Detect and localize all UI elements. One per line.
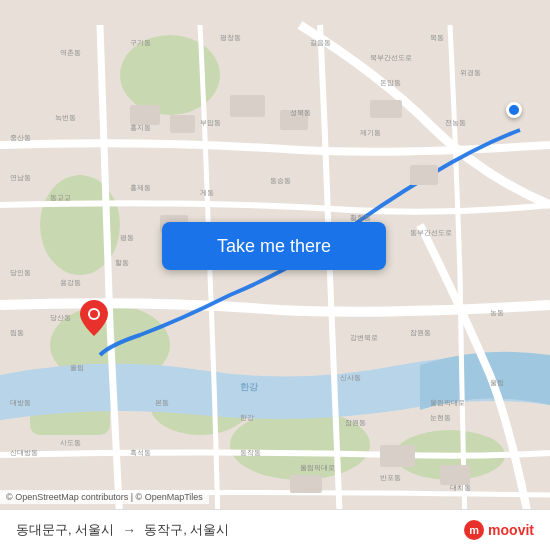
svg-point-78 bbox=[90, 310, 98, 318]
svg-text:당인동: 당인동 bbox=[10, 269, 31, 276]
origin-dot bbox=[506, 102, 522, 118]
svg-text:부암동: 부암동 bbox=[200, 119, 221, 127]
svg-text:할동: 할동 bbox=[115, 259, 129, 266]
route-info: 동대문구, 서울시 → 동작구, 서울시 bbox=[16, 521, 456, 539]
map-container: 중산동 연남동 당인동 림동 대방동 신대방동 역촌동 구기동 평창동 길음동 … bbox=[0, 0, 550, 550]
svg-text:한강: 한강 bbox=[240, 382, 259, 392]
svg-text:울림픽대로: 울림픽대로 bbox=[430, 399, 465, 407]
origin-label: 동대문구, 서울시 bbox=[16, 521, 114, 539]
svg-text:본동: 본동 bbox=[155, 399, 169, 406]
map-background: 중산동 연남동 당인동 림동 대방동 신대방동 역촌동 구기동 평창동 길음동 … bbox=[0, 0, 550, 550]
svg-text:올림: 올림 bbox=[70, 364, 84, 372]
svg-text:성북동: 성북동 bbox=[290, 109, 311, 117]
svg-text:돈암동: 돈암동 bbox=[380, 79, 401, 87]
svg-text:반포동: 반포동 bbox=[380, 474, 401, 481]
svg-rect-10 bbox=[230, 95, 265, 117]
svg-text:북부간선도로: 북부간선도로 bbox=[370, 54, 412, 62]
svg-text:잠원동: 잠원동 bbox=[410, 329, 431, 337]
svg-rect-18 bbox=[440, 465, 470, 485]
svg-text:동작동: 동작동 bbox=[240, 449, 261, 457]
svg-text:신대방동: 신대방동 bbox=[10, 449, 38, 456]
svg-text:한강: 한강 bbox=[240, 414, 254, 421]
svg-text:림동: 림동 bbox=[10, 329, 24, 337]
svg-rect-9 bbox=[170, 115, 195, 133]
svg-text:동승동: 동승동 bbox=[270, 177, 291, 184]
svg-text:용강동: 용강동 bbox=[60, 279, 81, 286]
svg-text:홍지동: 홍지동 bbox=[130, 124, 151, 132]
svg-text:황학동: 황학동 bbox=[350, 214, 371, 222]
svg-text:평동: 평동 bbox=[120, 234, 134, 241]
svg-text:신사동: 신사동 bbox=[340, 374, 361, 381]
svg-text:전농동: 전농동 bbox=[445, 119, 466, 126]
svg-text:연남동: 연남동 bbox=[10, 174, 31, 182]
moovit-logo: m moovit bbox=[464, 520, 534, 540]
copyright-text: © OpenStreetMap contributors | © OpenMap… bbox=[6, 492, 203, 502]
svg-rect-13 bbox=[410, 165, 438, 185]
svg-rect-17 bbox=[380, 445, 415, 467]
svg-text:올림픽대로: 올림픽대로 bbox=[300, 464, 335, 472]
moovit-logo-icon: m bbox=[464, 520, 484, 540]
take-me-there-button[interactable]: Take me there bbox=[162, 222, 386, 270]
svg-text:흑석동: 흑석동 bbox=[130, 449, 151, 457]
svg-text:중산동: 중산동 bbox=[10, 134, 31, 141]
svg-text:길음동: 길음동 bbox=[310, 39, 331, 47]
svg-text:동부간선도로: 동부간선도로 bbox=[410, 229, 452, 236]
svg-text:동교교: 동교교 bbox=[50, 194, 71, 201]
copyright-bar: © OpenStreetMap contributors | © OpenMap… bbox=[0, 490, 209, 504]
moovit-logo-text: moovit bbox=[488, 522, 534, 538]
svg-text:울림: 울림 bbox=[490, 379, 504, 387]
svg-rect-8 bbox=[130, 105, 160, 125]
svg-text:위경동: 위경동 bbox=[460, 69, 481, 76]
svg-text:구기동: 구기동 bbox=[130, 39, 151, 46]
destination-label: 동작구, 서울시 bbox=[144, 521, 229, 539]
svg-text:평창동: 평창동 bbox=[220, 34, 241, 41]
svg-text:목동: 목동 bbox=[430, 34, 444, 42]
route-arrow-icon: → bbox=[122, 522, 136, 538]
svg-text:녹번동: 녹번동 bbox=[55, 114, 76, 122]
svg-text:잠원동: 잠원동 bbox=[345, 419, 366, 427]
svg-text:대방동: 대방동 bbox=[10, 399, 31, 406]
svg-text:당산동: 당산동 bbox=[50, 314, 71, 321]
svg-text:게동: 게동 bbox=[200, 189, 214, 196]
svg-text:농동: 농동 bbox=[490, 309, 504, 316]
svg-rect-19 bbox=[290, 475, 322, 493]
bottom-bar: 동대문구, 서울시 → 동작구, 서울시 m moovit bbox=[0, 509, 550, 550]
svg-text:홍제동: 홍제동 bbox=[130, 184, 151, 192]
svg-rect-12 bbox=[370, 100, 402, 118]
svg-text:대치동: 대치동 bbox=[450, 484, 471, 491]
svg-text:강변북로: 강변북로 bbox=[350, 334, 378, 342]
svg-text:제기동: 제기동 bbox=[360, 129, 381, 136]
svg-text:눈현동: 눈현동 bbox=[430, 414, 451, 421]
destination-pin bbox=[80, 300, 108, 334]
svg-text:역촌동: 역촌동 bbox=[60, 49, 81, 57]
svg-text:사도동: 사도동 bbox=[60, 439, 81, 446]
